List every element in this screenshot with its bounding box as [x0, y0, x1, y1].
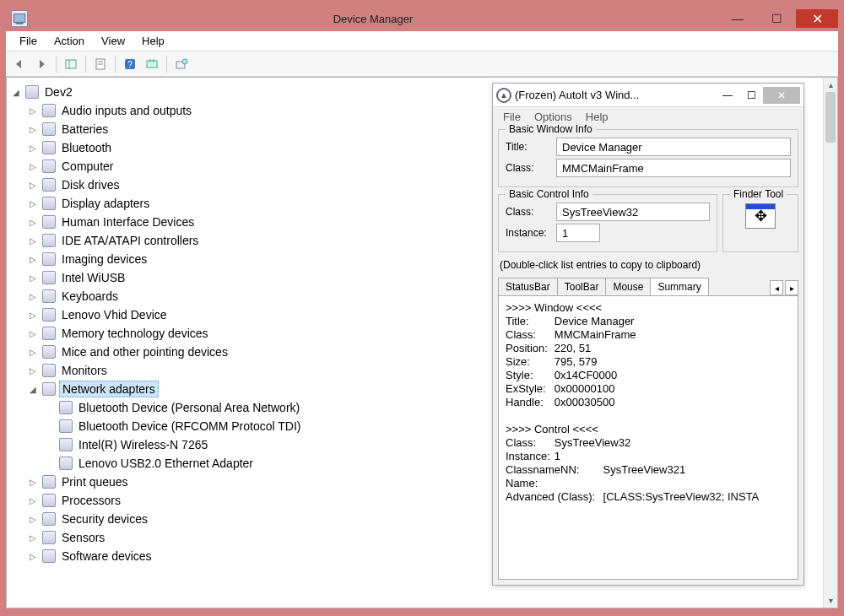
expand-icon[interactable]: ▷ [27, 292, 39, 301]
expand-icon[interactable]: ▷ [27, 236, 39, 246]
autoit-maximize-button[interactable]: ☐ [739, 87, 763, 104]
window-title-field[interactable] [556, 138, 791, 156]
expand-icon[interactable]: ▷ [27, 348, 39, 357]
tree-item[interactable]: ▷Security devices [10, 510, 476, 528]
minimize-button[interactable]: — [718, 9, 757, 28]
expand-icon[interactable]: ▷ [27, 255, 39, 264]
window-class-field[interactable] [556, 159, 791, 177]
tree-item[interactable]: ▷Sensors [10, 528, 476, 547]
tree-item[interactable]: ▷Disk drives [10, 176, 476, 194]
autoit-minimize-button[interactable]: — [716, 87, 739, 104]
autoit-menu-file[interactable]: File [496, 110, 528, 124]
tree-item[interactable]: ▷Mice and other pointing devices [10, 343, 476, 361]
group-legend: Finder Tool [730, 188, 787, 200]
tree-item[interactable]: ▷Memory technology devices [10, 324, 476, 343]
expand-icon[interactable]: ▷ [27, 199, 39, 208]
group-legend: Basic Window Info [506, 123, 596, 135]
processor-icon [41, 493, 57, 508]
autoit-icon: ▲ [496, 88, 511, 103]
maximize-button[interactable]: ☐ [757, 9, 796, 28]
display-icon [41, 196, 57, 211]
control-class-field[interactable] [556, 203, 710, 221]
tab-mouse[interactable]: Mouse [605, 278, 651, 295]
vertical-scrollbar[interactable]: ▴ ▾ [823, 78, 837, 608]
forward-button[interactable] [31, 54, 51, 74]
client-area: ◢Dev2▷Audio inputs and outputs▷Batteries… [6, 77, 838, 608]
tree-item-label: Software devices [59, 548, 154, 564]
tree-item[interactable]: Bluetooth Device (RFCOMM Protocol TDI) [10, 417, 476, 435]
tree-item[interactable]: ▷Bluetooth [10, 138, 476, 157]
tree-item[interactable]: ▷Audio inputs and outputs [10, 101, 476, 120]
device-tree[interactable]: ◢Dev2▷Audio inputs and outputs▷Batteries… [7, 78, 479, 601]
close-button[interactable]: ✕ [796, 9, 838, 28]
expand-icon[interactable]: ▷ [27, 218, 39, 227]
autoit-menu-options[interactable]: Options [528, 110, 579, 124]
hid-icon [41, 214, 57, 230]
scan-hardware-button[interactable] [142, 54, 162, 74]
menu-action[interactable]: Action [46, 33, 93, 49]
tree-item[interactable]: Lenovo USB2.0 Ethernet Adapter [10, 454, 476, 473]
crosshair-icon: ✥ [755, 207, 767, 225]
expand-icon[interactable]: ▷ [27, 273, 39, 283]
svg-rect-0 [14, 14, 25, 22]
scroll-up-button[interactable]: ▴ [824, 78, 837, 92]
tree-item[interactable]: Bluetooth Device (Personal Area Network) [10, 398, 476, 417]
summary-content[interactable]: >>>> Window <<<< Title: Device Manager C… [498, 295, 798, 580]
menu-view[interactable]: View [93, 33, 133, 49]
control-instance-field[interactable] [556, 224, 600, 242]
expand-icon[interactable]: ▷ [27, 143, 39, 153]
help-button[interactable]: ? [120, 54, 140, 74]
expand-icon[interactable]: ▷ [27, 181, 39, 190]
expand-icon[interactable]: ▷ [27, 366, 39, 376]
tree-item[interactable]: ▷Computer [10, 157, 476, 176]
tree-item[interactable]: ◢Dev2 [10, 83, 476, 101]
tab-scroll-right[interactable]: ▸ [785, 280, 798, 295]
tree-item[interactable]: ▷Keyboards [10, 287, 476, 305]
tree-item[interactable]: ◢Network adapters [10, 380, 476, 398]
collapse-icon[interactable]: ◢ [10, 88, 22, 97]
tree-item[interactable]: Intel(R) Wireless-N 7265 [10, 435, 476, 454]
tab-summary[interactable]: Summary [650, 278, 708, 295]
expand-icon[interactable]: ▷ [27, 311, 39, 320]
tree-item[interactable]: ▷Imaging devices [10, 250, 476, 268]
tree-item[interactable]: ▷Processors [10, 491, 476, 510]
tab-toolbar[interactable]: ToolBar [557, 278, 607, 295]
tree-item[interactable]: ▷Lenovo Vhid Device [10, 305, 476, 324]
tree-item[interactable]: ▷Intel WiUSB [10, 268, 476, 287]
show-hide-tree-button[interactable] [61, 54, 81, 74]
expand-icon[interactable]: ▷ [27, 515, 39, 524]
expand-icon[interactable]: ▷ [27, 106, 39, 116]
tree-item[interactable]: ▷Print queues [10, 473, 476, 491]
tree-item-label: Bluetooth [59, 140, 114, 155]
scroll-down-button[interactable]: ▾ [824, 593, 837, 608]
properties-button[interactable] [90, 54, 111, 74]
menu-file[interactable]: File [11, 33, 46, 49]
expand-icon[interactable]: ▷ [27, 533, 39, 543]
expand-icon[interactable]: ▷ [27, 329, 39, 338]
tree-item-label: Processors [59, 493, 123, 508]
expand-icon[interactable]: ▷ [27, 162, 39, 171]
tabstrip: StatusBar ToolBar Mouse Summary ◂ ▸ [498, 278, 798, 295]
tab-statusbar[interactable]: StatusBar [498, 278, 558, 295]
expand-icon[interactable]: ▷ [27, 125, 39, 134]
menu-help[interactable]: Help [133, 33, 173, 49]
autoit-close-button[interactable]: ✕ [763, 87, 800, 104]
tree-item[interactable]: ▷Display adapters [10, 194, 476, 213]
expand-icon[interactable]: ▷ [27, 496, 39, 505]
tree-item[interactable]: ▷Software devices [10, 547, 476, 565]
tree-item[interactable]: ▷Human Interface Devices [10, 213, 476, 231]
tree-item[interactable]: ▷Monitors [10, 361, 476, 380]
update-driver-button[interactable] [171, 54, 192, 74]
vhid-icon [41, 307, 57, 322]
tree-item[interactable]: ▷Batteries [10, 120, 476, 138]
collapse-icon[interactable]: ◢ [27, 385, 39, 394]
expand-icon[interactable]: ▷ [27, 478, 39, 487]
autoit-menu-help[interactable]: Help [579, 110, 615, 124]
finder-tool-target[interactable]: ✥ [745, 203, 776, 229]
autoit-titlebar[interactable]: ▲ (Frozen) AutoIt v3 Wind... — ☐ ✕ [493, 84, 803, 107]
scroll-thumb[interactable] [825, 92, 836, 143]
expand-icon[interactable]: ▷ [27, 552, 39, 561]
tab-scroll-left[interactable]: ◂ [770, 280, 783, 295]
back-button[interactable] [9, 54, 30, 74]
tree-item[interactable]: ▷IDE ATA/ATAPI controllers [10, 231, 476, 250]
